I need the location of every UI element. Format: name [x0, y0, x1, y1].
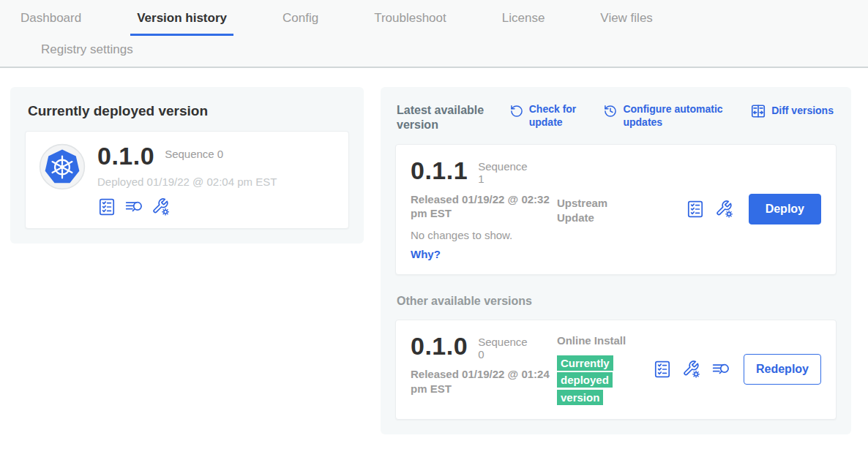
check-update-icon: [509, 104, 524, 118]
tab-registry-settings[interactable]: Registry settings: [34, 42, 826, 57]
other-sequence-label: Sequence 0: [478, 336, 536, 361]
redeploy-button[interactable]: Redeploy: [744, 354, 821, 385]
other-version-actions: Redeploy: [653, 354, 821, 385]
other-version-number: 0.1.0: [411, 333, 468, 358]
tab-license[interactable]: License: [495, 11, 552, 36]
diff-versions-label: Diff versions: [771, 105, 834, 118]
deployed-version-info: 0.1.0 Sequence 0 Deployed 01/19/22 @ 02:…: [97, 143, 277, 216]
tab-config[interactable]: Config: [276, 11, 325, 36]
tab-dashboard[interactable]: Dashboard: [14, 11, 88, 36]
kubernetes-logo: [39, 143, 86, 190]
latest-version-source: Upstream Update: [557, 158, 633, 224]
version-history-page: Currently deployed version 0.1.0 Sequenc…: [0, 68, 868, 434]
preflight-checks-icon[interactable]: [686, 200, 705, 219]
currently-deployed-title: Currently deployed version: [28, 103, 349, 119]
latest-available-panel: Latest available version Check for updat…: [381, 87, 851, 434]
latest-available-title: Latest available version: [397, 103, 493, 132]
deploy-button[interactable]: Deploy: [749, 194, 821, 224]
tab-view-files[interactable]: View files: [594, 11, 659, 36]
deploy-logs-icon[interactable]: [711, 360, 730, 379]
no-changes-text: No changes to show.: [411, 229, 557, 241]
preflight-checks-icon[interactable]: [653, 360, 672, 379]
deployed-version-number: 0.1.0: [97, 143, 154, 168]
latest-available-header: Latest available version Check for updat…: [395, 102, 837, 132]
why-link[interactable]: Why?: [411, 248, 441, 260]
check-for-update-label: Check for update: [529, 103, 588, 129]
edit-config-icon[interactable]: [682, 360, 701, 379]
other-available-versions-title: Other available versions: [397, 295, 837, 308]
diff-versions-link[interactable]: Diff versions: [750, 103, 834, 119]
other-version-info: 0.1.0 Sequence 0 Released 01/19/22 @ 01:…: [411, 333, 557, 396]
deployed-version-actions: [97, 197, 277, 216]
latest-version-number: 0.1.1: [411, 158, 468, 183]
deployed-timestamp: Deployed 01/19/22 @ 02:04 pm EST: [97, 176, 277, 188]
diff-versions-icon: [750, 103, 766, 119]
latest-sequence-label: Sequence 1: [478, 160, 536, 186]
latest-version-card: 0.1.1 Sequence 1 Released 01/19/22 @ 02:…: [395, 144, 837, 275]
edit-config-icon[interactable]: [151, 197, 171, 216]
currently-deployed-badge: Currently deployed version: [557, 355, 613, 405]
configure-automatic-updates-label: Configure automatic updates: [623, 103, 734, 129]
currently-deployed-badge-wrap: Currently deployed version: [557, 355, 633, 406]
automatic-updates-icon: [603, 104, 618, 118]
other-version-source: Online Install: [557, 334, 626, 347]
preflight-checks-icon[interactable]: [97, 197, 116, 216]
nav-row-secondary: Registry settings: [0, 36, 868, 67]
tab-troubleshoot[interactable]: Troubleshoot: [367, 11, 453, 36]
tab-version-history[interactable]: Version history: [130, 11, 233, 36]
deploy-logs-icon[interactable]: [124, 197, 143, 216]
latest-version-actions: Deploy: [686, 194, 821, 224]
deployed-version-card: 0.1.0 Sequence 0 Deployed 01/19/22 @ 02:…: [25, 131, 349, 229]
deployed-sequence-label: Sequence 0: [165, 148, 223, 160]
edit-config-icon[interactable]: [715, 200, 734, 219]
nav-row-primary: Dashboard Version history Config Trouble…: [0, 0, 868, 36]
top-nav: Dashboard Version history Config Trouble…: [0, 0, 868, 68]
check-for-update-link[interactable]: Check for update: [509, 103, 588, 129]
latest-released-timestamp: Released 01/19/22 @ 02:32 pm EST: [411, 192, 550, 221]
currently-deployed-panel: Currently deployed version 0.1.0 Sequenc…: [10, 87, 364, 244]
configure-automatic-updates-link[interactable]: Configure automatic updates: [603, 103, 734, 129]
latest-version-info: 0.1.1 Sequence 1 Released 01/19/22 @ 02:…: [411, 158, 557, 261]
other-released-timestamp: Released 01/19/22 @ 01:24 pm EST: [411, 367, 550, 396]
other-version-source-block: Online Install Currently deployed versio…: [557, 333, 633, 406]
other-version-card: 0.1.0 Sequence 0 Released 01/19/22 @ 01:…: [395, 320, 837, 420]
